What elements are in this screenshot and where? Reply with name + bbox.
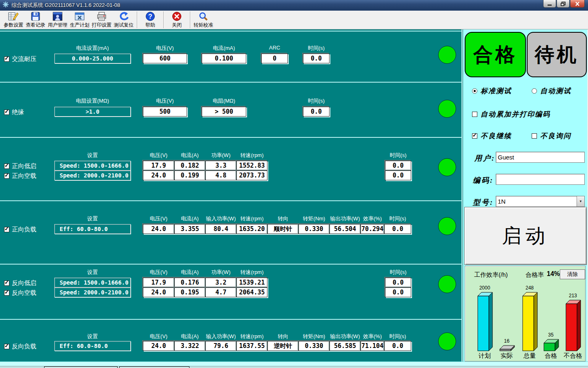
value-box: 0.0 (384, 341, 411, 351)
column-header: 电压(V) (156, 45, 174, 52)
torque-calibration-button[interactable]: 转矩校准 (192, 11, 214, 29)
status-light (438, 158, 456, 176)
user-management-button[interactable]: 用户管理 (47, 11, 69, 29)
checkbox-fail-continue-label: 不良继续 (481, 131, 512, 141)
value-box: 70.294 (361, 224, 384, 234)
checkbox-fail-continue-box[interactable]: ✓ (472, 133, 477, 139)
value-box: 0.0 (303, 107, 330, 117)
test-item-checkbox[interactable]: ✓正向低启 (4, 162, 36, 170)
radio-standard-test[interactable]: 标准测试 (472, 86, 512, 96)
status-bar (0, 366, 588, 368)
checkbox-box[interactable]: ✓ (4, 110, 9, 115)
column-header: 输入功率(W) (206, 215, 236, 222)
checkbox-autoprint[interactable]: 自动累加并打印编码 (472, 110, 550, 119)
column-header: 转矩(Nm) (303, 333, 325, 340)
test-item-checkbox[interactable]: ✓反向低启 (4, 279, 36, 287)
checkbox-box[interactable]: ✓ (4, 164, 9, 169)
value-box: 500 (143, 107, 187, 117)
control-panel: 合格 待机 标准测试 自动测试 自动累加并打印编码 ✓ 不良继续 不良询问 (463, 29, 587, 361)
checkbox-box[interactable]: ✓ (4, 290, 9, 296)
app-icon (2, 1, 9, 9)
value-box: 1552.83 (236, 161, 267, 171)
test-item-checkbox[interactable]: ✓正向负载 (4, 226, 36, 233)
test-item-label: 正向空载 (12, 172, 36, 180)
test-section: 设置Eff: 60.0-80.0电压(V)24.0电流(A)3.322输入功率(… (0, 319, 461, 361)
value-box: 0.0 (303, 54, 330, 63)
checkbox-box[interactable]: ✓ (4, 227, 9, 232)
checkbox-box[interactable]: ✓ (4, 344, 9, 349)
radio-auto-test[interactable]: 自动测试 (532, 86, 571, 96)
view-records-button[interactable]: 查看记录 (24, 11, 47, 29)
value-box: 56.585 (330, 341, 361, 351)
svg-text:?: ? (148, 13, 152, 20)
help-button[interactable]: ?帮助 (139, 11, 161, 29)
toolbar-button-label: 参数设置 (4, 22, 23, 29)
test-item-label: 交流耐压 (12, 55, 36, 63)
checkbox-autoprint-box[interactable] (472, 112, 477, 117)
test-item-checkbox[interactable]: ✓反向空载 (4, 289, 36, 297)
chart-bar (522, 292, 538, 353)
test-reset-button[interactable]: 测试复位 (113, 11, 135, 29)
model-select[interactable]: 1N ▼ (496, 196, 585, 207)
test-item-label: 反向负载 (12, 343, 36, 350)
column-header: 效率(%) (363, 215, 382, 222)
column-header: 转矩(Nm) (303, 215, 325, 222)
checkbox-fail-ask-box[interactable] (532, 133, 537, 139)
result-status-display: 合格 (465, 32, 526, 77)
value-box: 0.0 (385, 161, 411, 171)
radio-auto-test-circle[interactable] (532, 88, 537, 94)
checkbox-fail-continue[interactable]: ✓ 不良继续 (472, 131, 512, 141)
toolbar-separator (163, 11, 164, 28)
column-header: 转向 (278, 215, 288, 222)
start-button[interactable]: 启动 (464, 207, 587, 265)
close-app-button[interactable]: 关闭 (166, 11, 188, 29)
test-item-checkbox[interactable]: ✓正向空载 (4, 172, 36, 180)
close-button[interactable] (570, 0, 585, 8)
status-light (438, 275, 456, 293)
checkbox-fail-ask[interactable]: 不良询问 (532, 131, 571, 141)
toolbar-button-label: 帮助 (145, 22, 155, 29)
user-input[interactable] (496, 152, 585, 163)
setting-box: Speed: 1500.0-1666.0 (54, 278, 131, 287)
test-item-checkbox[interactable]: ✓绝缘 (4, 108, 24, 116)
column-header: 电流(A) (181, 152, 198, 159)
test-item-checkbox[interactable]: ✓交流耐压 (4, 55, 36, 63)
clear-button[interactable]: 清除 (560, 269, 585, 279)
column-header: 时间(s) (308, 45, 325, 52)
param-settings-button[interactable]: 参数设置 (2, 11, 24, 29)
column-header: 电流(A) (181, 333, 198, 340)
toolbar-button-label: 转矩校准 (194, 22, 213, 29)
test-item-label: 正向负载 (12, 226, 36, 233)
checkbox-box[interactable]: ✓ (4, 173, 9, 179)
printer-icon (97, 11, 107, 22)
minimize-button[interactable] (543, 0, 556, 8)
toolbar-separator (137, 11, 137, 28)
value-box: > 500 (202, 107, 246, 117)
print-settings-button[interactable]: 打印设置 (91, 11, 113, 29)
checkbox-box[interactable]: ✓ (4, 56, 9, 62)
toolbar-button-label: 用户管理 (48, 22, 67, 29)
close-circle-icon (172, 11, 182, 22)
pass-rate-label: 合格率 (526, 271, 544, 279)
maximize-button[interactable] (557, 0, 570, 8)
magnifier-icon (198, 11, 208, 22)
toolbar: 参数设置查看记录用户管理生产计划打印设置测试复位?帮助关闭转矩校准 (0, 11, 588, 29)
production-plan-button[interactable]: 生产计划 (69, 11, 91, 29)
floppy-disk-icon (31, 11, 40, 22)
column-header: 电压(V) (150, 269, 167, 276)
chart-bar (477, 292, 493, 353)
checkbox-box[interactable]: ✓ (4, 280, 9, 286)
code-input[interactable] (496, 174, 585, 185)
test-section: 电流设置(mA)0.000-25.000电压(V)600电流(mA)0.100A… (0, 31, 461, 82)
radio-standard-test-circle[interactable] (472, 88, 477, 94)
column-header: 时间(s) (390, 152, 406, 159)
chevron-down-icon[interactable]: ▼ (577, 196, 584, 206)
column-header: 时间(s) (389, 215, 406, 222)
column-header: 设置 (87, 269, 98, 276)
test-item-checkbox[interactable]: ✓反向负载 (4, 343, 36, 350)
value-box: 1637.55 (236, 341, 267, 351)
setting-box: >1.0 (54, 107, 131, 117)
chart-title: 工作效率(/h) (474, 271, 508, 279)
test-item-label: 反向低启 (12, 279, 36, 287)
value-box: 24.0 (143, 341, 174, 351)
